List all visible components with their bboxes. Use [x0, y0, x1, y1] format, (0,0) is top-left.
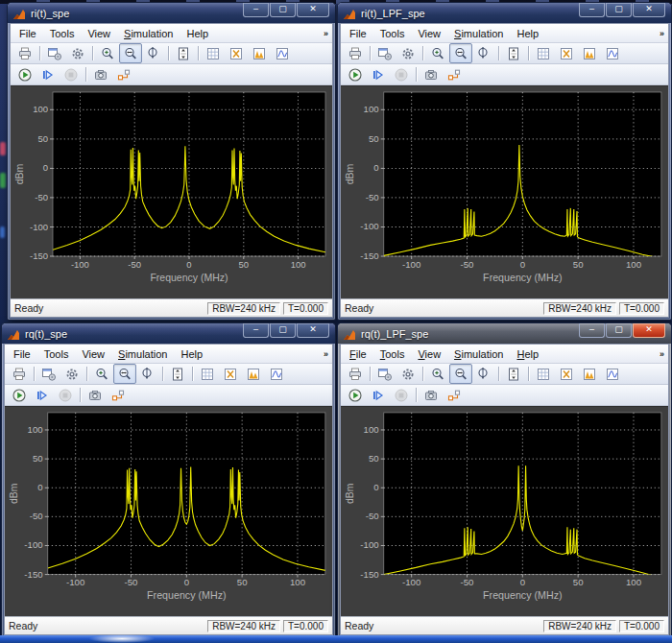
grid-button[interactable] — [196, 364, 219, 384]
scope-window-ri-spe[interactable]: ri(t)_spe – ▢ ✕ FileToolsViewSimulationH… — [7, 2, 336, 321]
menu-tools[interactable]: Tools — [37, 347, 76, 361]
zoom-x-button[interactable] — [119, 43, 142, 63]
scope-parameters-button[interactable] — [43, 43, 66, 63]
run-button[interactable] — [344, 64, 367, 84]
autoscale-button[interactable] — [166, 364, 189, 384]
grid-button[interactable] — [202, 43, 225, 63]
print-button[interactable] — [344, 364, 367, 384]
snapshot-button[interactable] — [420, 64, 443, 84]
zoom-x-button[interactable] — [113, 364, 136, 384]
menu-file[interactable]: File — [7, 347, 37, 361]
zoom-in-button[interactable] — [96, 43, 119, 63]
menu-help[interactable]: Help — [174, 347, 209, 361]
menu-simulation[interactable]: Simulation — [117, 27, 180, 40]
menu-simulation[interactable]: Simulation — [447, 27, 510, 40]
minimize-button[interactable]: – — [243, 3, 269, 17]
gear-button[interactable] — [60, 364, 84, 384]
snapshot-button[interactable] — [84, 385, 107, 405]
menu-overflow-icon[interactable]: » — [324, 29, 328, 38]
menu-tools[interactable]: Tools — [373, 347, 412, 361]
run-button[interactable] — [344, 385, 367, 405]
signal-highlight-button[interactable] — [443, 64, 466, 84]
menu-file[interactable]: File — [343, 27, 373, 40]
scope-window-rq-lpf-spe[interactable]: rq(t)_LPF_spe – ▢ ✕ FileToolsViewSimulat… — [337, 322, 672, 638]
print-button[interactable] — [13, 43, 36, 63]
zoom-y-button[interactable] — [142, 43, 165, 63]
menu-help[interactable]: Help — [510, 347, 545, 361]
run-button[interactable] — [8, 385, 31, 405]
menu-overflow-icon[interactable]: » — [660, 349, 664, 359]
menu-tools[interactable]: Tools — [373, 27, 412, 40]
histogram-x-button[interactable] — [219, 364, 242, 384]
autoscale-button[interactable] — [502, 43, 525, 63]
peaks-button[interactable] — [248, 43, 271, 63]
autoscale-button[interactable] — [502, 364, 525, 384]
minimize-button[interactable]: – — [579, 323, 605, 338]
scope-window-rq-spe[interactable]: rq(t)_spe – ▢ ✕ FileToolsViewSimulationH… — [1, 322, 336, 638]
histogram-x-button[interactable] — [225, 43, 248, 63]
run-button[interactable] — [13, 64, 36, 84]
autoscale-button[interactable] — [172, 43, 195, 63]
step-forward-button[interactable] — [367, 64, 390, 84]
menu-simulation[interactable]: Simulation — [447, 347, 510, 361]
menu-overflow-icon[interactable]: » — [324, 349, 328, 359]
menu-view[interactable]: View — [81, 27, 117, 40]
window-titlebar[interactable]: ri(t)_spe – ▢ ✕ — [8, 3, 335, 23]
snapshot-button[interactable] — [420, 385, 443, 405]
menu-tools[interactable]: Tools — [43, 27, 82, 40]
zoom-in-button[interactable] — [426, 43, 449, 63]
scope-parameters-button[interactable] — [373, 364, 396, 384]
zoom-in-button[interactable] — [90, 364, 113, 384]
print-button[interactable] — [8, 364, 31, 384]
maximize-button[interactable]: ▢ — [270, 3, 296, 17]
stop-button[interactable] — [60, 64, 83, 84]
waveform-button[interactable] — [601, 364, 624, 384]
gear-button[interactable] — [396, 364, 420, 384]
zoom-y-button[interactable] — [472, 43, 495, 63]
signal-highlight-button[interactable] — [112, 64, 135, 84]
waveform-button[interactable] — [601, 43, 624, 63]
scope-window-ri-lpf-spe[interactable]: ri(t)_LPF_spe – ▢ ✕ FileToolsViewSimulat… — [337, 2, 672, 321]
close-button[interactable]: ✕ — [297, 3, 329, 17]
zoom-y-button[interactable] — [136, 364, 159, 384]
close-button[interactable]: ✕ — [297, 323, 329, 338]
step-forward-button[interactable] — [36, 64, 60, 84]
histogram-x-button[interactable] — [555, 364, 578, 384]
window-titlebar[interactable]: rq(t)_LPF_spe – ▢ ✕ — [338, 323, 671, 344]
maximize-button[interactable]: ▢ — [270, 323, 296, 338]
maximize-button[interactable]: ▢ — [606, 323, 632, 338]
maximize-button[interactable]: ▢ — [606, 3, 632, 17]
minimize-button[interactable]: – — [243, 323, 269, 338]
waveform-button[interactable] — [265, 364, 288, 384]
minimize-button[interactable]: – — [579, 3, 605, 17]
spectrum-plot[interactable]: -100-50050100100500-50-100-150Frequency … — [5, 406, 332, 616]
snapshot-button[interactable] — [89, 64, 112, 84]
gear-button[interactable] — [396, 43, 420, 63]
scope-parameters-button[interactable] — [37, 364, 60, 384]
stop-button[interactable] — [54, 385, 77, 405]
zoom-x-button[interactable] — [449, 364, 472, 384]
menu-view[interactable]: View — [411, 347, 447, 361]
menu-help[interactable]: Help — [180, 27, 215, 40]
spectrum-plot[interactable]: -100-50050100100500-50-100-150Frequency … — [11, 85, 332, 298]
spectrum-plot[interactable]: -100-50050100100500-50-100-150Frequency … — [341, 406, 668, 616]
zoom-x-button[interactable] — [449, 43, 472, 63]
gear-button[interactable] — [66, 43, 89, 63]
window-titlebar[interactable]: rq(t)_spe – ▢ ✕ — [2, 323, 335, 344]
signal-highlight-button[interactable] — [443, 385, 466, 405]
scope-parameters-button[interactable] — [373, 43, 396, 63]
peaks-button[interactable] — [578, 364, 601, 384]
peaks-button[interactable] — [242, 364, 265, 384]
zoom-y-button[interactable] — [472, 364, 495, 384]
menu-file[interactable]: File — [12, 27, 43, 40]
zoom-in-button[interactable] — [426, 364, 449, 384]
step-forward-button[interactable] — [31, 385, 54, 405]
close-button[interactable]: ✕ — [633, 323, 665, 338]
histogram-x-button[interactable] — [555, 43, 578, 63]
step-forward-button[interactable] — [367, 385, 390, 405]
stop-button[interactable] — [390, 64, 413, 84]
stop-button[interactable] — [390, 385, 413, 405]
menu-view[interactable]: View — [75, 347, 111, 361]
print-button[interactable] — [344, 43, 367, 63]
menu-file[interactable]: File — [343, 347, 373, 361]
